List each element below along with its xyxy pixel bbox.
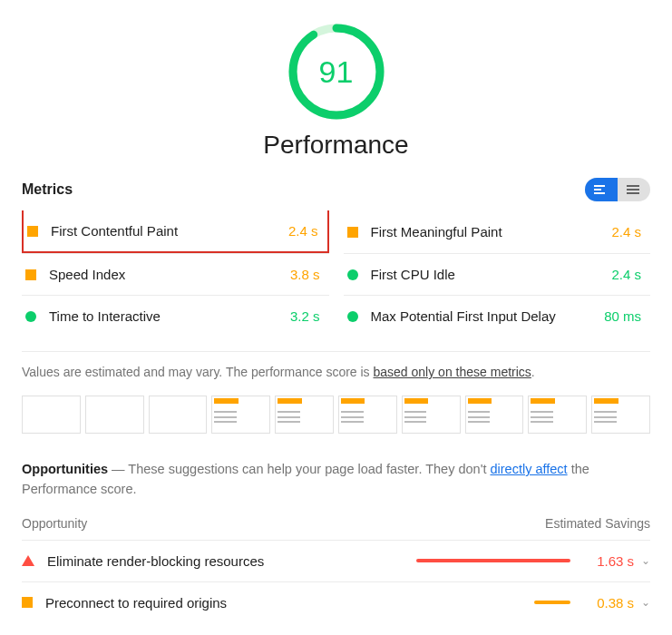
note-prefix: Values are estimated and may vary. The p…	[22, 365, 374, 379]
metric-label: First Meaningful Paint	[371, 224, 612, 239]
metrics-view-toggle	[585, 178, 650, 201]
metric-value: 2.4 s	[288, 223, 318, 239]
metric-status-icon	[347, 269, 358, 280]
metric-label: First Contentful Paint	[51, 223, 288, 239]
metrics-heading: Metrics	[22, 181, 73, 198]
metric-value: 2.4 s	[611, 224, 641, 239]
opportunities-label: Opportunities	[22, 462, 108, 476]
score-gauge: 91	[287, 22, 386, 122]
opp-label: Preconnect to required origins	[45, 595, 407, 611]
score-value: 91	[287, 22, 386, 122]
metric-label: Time to Interactive	[49, 308, 290, 324]
filmstrip-thumb	[149, 396, 208, 434]
view-toggle-detailed[interactable]	[618, 178, 650, 201]
filmstrip-thumb	[528, 396, 587, 434]
metric-status-icon	[347, 311, 358, 322]
filmstrip-thumb	[211, 396, 270, 434]
note-link[interactable]: based only on these metrics	[374, 365, 531, 379]
opportunities-intro: Opportunities — These suggestions can he…	[22, 459, 650, 500]
opp-label: Eliminate render-blocking resources	[47, 553, 407, 569]
filmstrip-thumb	[465, 396, 524, 434]
opp-head-left: Opportunity	[22, 516, 87, 531]
opp-status-icon	[22, 555, 34, 566]
score-title: Performance	[263, 131, 408, 160]
filmstrip	[22, 396, 650, 434]
metric-row[interactable]: Max Potential First Input Delay 80 ms	[344, 295, 651, 337]
opportunity-row[interactable]: Preconnect to required origins 0.38 s ⌄	[22, 581, 650, 623]
metric-label: Max Potential First Input Delay	[371, 308, 605, 324]
view-toggle-brief[interactable]	[585, 178, 618, 201]
metric-status-icon	[347, 227, 358, 238]
chevron-down-icon[interactable]: ⌄	[641, 596, 650, 609]
opp-intro-mid: — These suggestions can help your page l…	[108, 462, 490, 476]
metric-value: 3.2 s	[290, 308, 320, 324]
metrics-note: Values are estimated and may vary. The p…	[22, 351, 650, 379]
opp-value: 1.63 s	[583, 553, 634, 569]
score-gauge-section: 91 Performance	[22, 22, 650, 160]
brief-view-icon	[594, 185, 609, 194]
metric-label: Speed Index	[49, 267, 290, 282]
opp-head-right: Estimated Savings	[545, 516, 650, 531]
opp-bar	[534, 601, 570, 604]
metric-status-icon	[25, 269, 36, 280]
filmstrip-thumb	[22, 396, 81, 434]
metric-row[interactable]: First CPU Idle 2.4 s	[344, 253, 651, 295]
metric-row[interactable]: First Contentful Paint 2.4 s	[22, 210, 329, 253]
opp-intro-link[interactable]: directly affect	[490, 462, 567, 476]
metric-row[interactable]: First Meaningful Paint 2.4 s	[344, 210, 651, 253]
opp-bar-area	[407, 559, 570, 562]
opp-status-icon	[22, 597, 33, 608]
opportunities-header: Opportunity Estimated Savings	[22, 516, 650, 540]
opp-value: 0.38 s	[583, 595, 634, 611]
metric-row[interactable]: Speed Index 3.8 s	[22, 253, 329, 295]
metric-value: 80 ms	[604, 308, 641, 324]
opportunities-list: Eliminate render-blocking resources 1.63…	[22, 540, 650, 623]
metric-status-icon	[27, 226, 38, 237]
svg-rect-4	[594, 192, 605, 194]
note-suffix: .	[531, 365, 535, 379]
svg-rect-6	[627, 189, 639, 190]
svg-rect-2	[594, 185, 605, 187]
svg-rect-5	[627, 185, 639, 187]
metric-value: 2.4 s	[611, 267, 641, 282]
svg-rect-7	[627, 192, 639, 194]
filmstrip-thumb	[402, 396, 461, 434]
detailed-view-icon	[627, 185, 641, 194]
metrics-header: Metrics	[22, 178, 650, 201]
chevron-down-icon[interactable]: ⌄	[641, 554, 650, 567]
opp-bar	[416, 559, 570, 562]
opportunity-row[interactable]: Eliminate render-blocking resources 1.63…	[22, 540, 650, 581]
filmstrip-thumb	[85, 396, 144, 434]
opp-bar-area	[407, 601, 570, 604]
metrics-grid: First Contentful Paint 2.4 s First Meani…	[22, 210, 650, 337]
filmstrip-thumb	[338, 396, 397, 434]
filmstrip-thumb	[275, 396, 334, 434]
metric-row[interactable]: Time to Interactive 3.2 s	[22, 295, 329, 337]
metric-value: 3.8 s	[290, 267, 320, 282]
metric-label: First CPU Idle	[371, 267, 612, 282]
metric-status-icon	[25, 311, 36, 322]
svg-rect-3	[594, 189, 601, 190]
filmstrip-thumb	[591, 396, 650, 434]
